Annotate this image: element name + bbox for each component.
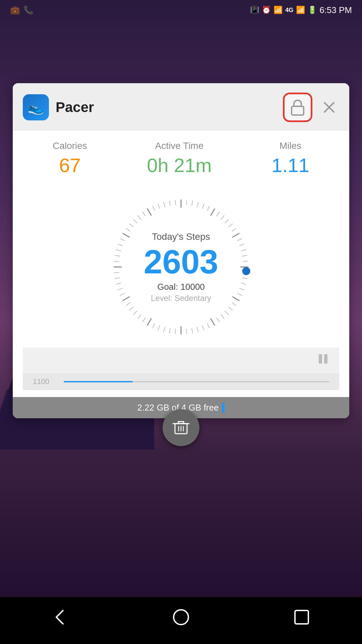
svg-point-87 bbox=[174, 610, 188, 625]
home-icon bbox=[171, 607, 191, 627]
active-time-label: Active Time bbox=[155, 141, 204, 151]
card-header: 👟 Pacer bbox=[13, 83, 349, 130]
home-button[interactable] bbox=[168, 604, 194, 631]
4g-icon: 4G bbox=[285, 7, 293, 14]
notification-card: 👟 Pacer Calories 67 bbox=[13, 83, 349, 418]
headset-icon: 📞 bbox=[23, 5, 34, 15]
back-button[interactable] bbox=[47, 604, 74, 631]
close-button[interactable] bbox=[319, 97, 339, 117]
recents-button[interactable] bbox=[288, 604, 315, 631]
card-footer bbox=[23, 347, 339, 373]
lock-button[interactable] bbox=[283, 93, 312, 122]
stats-row: Calories 67 Active Time 0h 21m Miles 1.1… bbox=[23, 141, 339, 176]
svg-rect-78 bbox=[324, 354, 327, 364]
storage-indicator bbox=[222, 403, 225, 413]
miles-value: 1.11 bbox=[272, 154, 309, 176]
active-time-value: 0h 21m bbox=[147, 154, 212, 176]
status-bar: 💼 📞 📳 ⏰ 📶 4G 📶 🔋 6:53 PM bbox=[0, 0, 362, 20]
briefcase-icon: 💼 bbox=[10, 5, 20, 15]
delete-button[interactable] bbox=[163, 409, 199, 446]
recents-icon bbox=[292, 607, 312, 627]
pause-icon bbox=[317, 353, 329, 365]
progress-bar-track bbox=[64, 381, 329, 382]
steps-value: 2603 bbox=[144, 245, 218, 278]
progress-bar-fill bbox=[64, 381, 133, 382]
steps-today-label: Today's Steps bbox=[152, 231, 210, 242]
circle-center: Today's Steps 2603 Goal: 10000 Level: Se… bbox=[107, 193, 255, 341]
status-right-icons: 📳 ⏰ 📶 4G 📶 🔋 6:53 PM bbox=[250, 5, 352, 15]
app-info: 👟 Pacer bbox=[23, 94, 94, 120]
status-left-icons: 💼 📞 bbox=[10, 5, 34, 15]
progress-bar-section: 1100 bbox=[23, 373, 339, 390]
close-icon bbox=[322, 101, 336, 114]
progress-start-label: 1100 bbox=[33, 377, 60, 386]
time-display: 6:53 PM bbox=[319, 5, 352, 15]
navigation-bar bbox=[0, 597, 362, 644]
vibrate-icon: 📳 bbox=[250, 6, 259, 14]
pause-button[interactable] bbox=[317, 353, 329, 368]
svg-rect-77 bbox=[319, 354, 322, 364]
svg-rect-2 bbox=[292, 106, 304, 115]
card-content: Calories 67 Active Time 0h 21m Miles 1.1… bbox=[13, 130, 349, 397]
step-gauge-container: Today's Steps 2603 Goal: 10000 Level: Se… bbox=[23, 186, 339, 347]
back-icon bbox=[50, 607, 70, 627]
app-icon: 👟 bbox=[23, 94, 49, 120]
signal-icon: 📶 bbox=[296, 6, 305, 14]
alarm-icon: ⏰ bbox=[262, 6, 271, 14]
calories-stat: Calories 67 bbox=[53, 141, 87, 176]
calories-value: 67 bbox=[59, 154, 81, 176]
miles-label: Miles bbox=[280, 141, 301, 151]
battery-icon: 🔋 bbox=[308, 6, 317, 14]
header-actions bbox=[283, 93, 339, 122]
steps-goal: Goal: 10000 bbox=[157, 282, 205, 292]
lock-icon bbox=[290, 99, 305, 116]
step-gauge: Today's Steps 2603 Goal: 10000 Level: Se… bbox=[107, 193, 255, 341]
miles-stat: Miles 1.11 bbox=[272, 141, 309, 176]
app-name: Pacer bbox=[56, 99, 94, 115]
wifi-icon: 📶 bbox=[274, 6, 283, 14]
svg-rect-88 bbox=[295, 610, 308, 624]
trash-icon bbox=[172, 418, 190, 437]
calories-label: Calories bbox=[53, 141, 87, 151]
active-time-stat: Active Time 0h 21m bbox=[147, 141, 212, 176]
steps-level: Level: Sedentary bbox=[151, 293, 211, 303]
